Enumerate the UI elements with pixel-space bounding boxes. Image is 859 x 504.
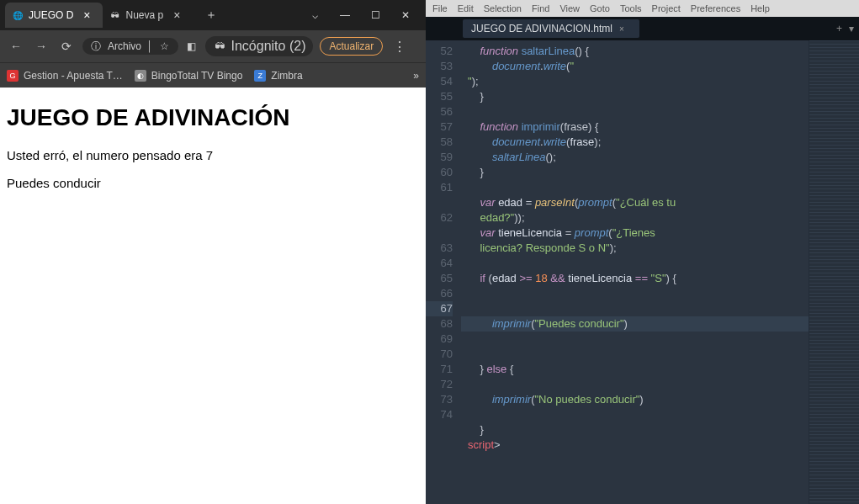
- tab-strip: 🌐 JUEGO D × 🕶 Nueva p × ＋ ⌵ — ☐ ✕: [0, 0, 426, 30]
- bookmark-bingo[interactable]: ◐ BingoTotal TV Bingo: [135, 70, 243, 82]
- code-content[interactable]: function saltarLinea() { document.write(…: [461, 40, 809, 504]
- incognito-icon: 🕶: [109, 9, 121, 21]
- menu-file[interactable]: File: [432, 3, 448, 13]
- editor-newtab-icon[interactable]: +: [836, 23, 842, 34]
- menu-project[interactable]: Project: [652, 3, 681, 13]
- incognito-indicator[interactable]: 🕶 Incógnito (2): [205, 36, 314, 56]
- editor-menubar: File Edit Selection Find View Goto Tools…: [426, 0, 859, 17]
- bookmark-icon: G: [7, 70, 19, 82]
- tab-close-icon[interactable]: ×: [78, 8, 95, 22]
- editor-tabmenu-icon[interactable]: ▾: [849, 23, 854, 34]
- code-area[interactable]: 5253545556575859606162636465666768697071…: [426, 40, 859, 504]
- info-icon[interactable]: ⓘ: [89, 40, 103, 53]
- bookmark-icon: Z: [254, 70, 266, 82]
- menu-preferences[interactable]: Preferences: [691, 3, 740, 13]
- tab-search-icon[interactable]: ⌵: [300, 3, 330, 27]
- menu-find[interactable]: Find: [532, 3, 549, 13]
- nav-toolbar: ← → ⟳ ⓘ Archivo │ ☆ ◧ 🕶 Incógnito (2) Ac…: [0, 30, 426, 62]
- bookmark-zimbra[interactable]: Z Zimbra: [254, 70, 302, 82]
- bookmark-icon: ◐: [135, 70, 146, 82]
- maximize-button[interactable]: ☐: [360, 3, 390, 27]
- back-button[interactable]: ←: [7, 37, 25, 56]
- bookmark-gestion[interactable]: G Gestion - Apuesta T…: [7, 70, 123, 82]
- minimize-button[interactable]: —: [330, 3, 360, 27]
- result-line: Usted erró, el numero pensado era 7: [7, 148, 419, 162]
- page-content: JUEGO DE ADIVINACIÓN Usted erró, el nume…: [0, 88, 426, 504]
- drive-line: Puedes conducir: [7, 176, 419, 190]
- update-button[interactable]: Actualizar: [320, 37, 383, 56]
- menu-tools[interactable]: Tools: [620, 3, 642, 13]
- page-title: JUEGO DE ADIVINACIÓN: [7, 104, 419, 131]
- menu-help[interactable]: Help: [750, 3, 770, 13]
- tab-active[interactable]: 🌐 JUEGO D ×: [5, 3, 103, 28]
- editor-tab-title: JUEGO DE ADIVINACION.html: [471, 23, 612, 34]
- sublime-editor: File Edit Selection Find View Goto Tools…: [426, 0, 859, 504]
- tab-close-icon[interactable]: ×: [168, 8, 185, 22]
- tab-title: JUEGO D: [29, 9, 73, 21]
- tab-inactive[interactable]: 🕶 Nueva p ×: [103, 3, 193, 28]
- incognito-label: Incógnito (2): [231, 39, 306, 54]
- globe-icon: 🌐: [12, 9, 24, 21]
- tab-title: Nueva p: [126, 9, 164, 21]
- editor-tab-active[interactable]: JUEGO DE ADIVINACION.html ×: [463, 19, 639, 38]
- menu-view[interactable]: View: [559, 3, 580, 13]
- minimap[interactable]: [809, 40, 859, 504]
- reader-icon[interactable]: ◧: [185, 40, 199, 53]
- menu-goto[interactable]: Goto: [590, 3, 610, 13]
- bookmark-bar: G Gestion - Apuesta T… ◐ BingoTotal TV B…: [0, 62, 426, 88]
- editor-tab-close-icon[interactable]: ×: [619, 24, 624, 34]
- star-icon[interactable]: ☆: [158, 40, 172, 53]
- menu-edit[interactable]: Edit: [458, 3, 474, 13]
- addr-divider: │: [146, 40, 153, 52]
- reload-button[interactable]: ⟳: [57, 37, 76, 56]
- line-gutter: 5253545556575859606162636465666768697071…: [426, 40, 461, 504]
- editor-tabs: JUEGO DE ADIVINACION.html × + ▾: [426, 17, 859, 40]
- menu-icon[interactable]: ⋮: [390, 39, 410, 55]
- window-controls: ⌵ — ☐ ✕: [300, 3, 421, 27]
- bookmarks-overflow[interactable]: »: [413, 70, 419, 82]
- address-bar[interactable]: ⓘ Archivo │ ☆: [82, 38, 178, 55]
- addr-label: Archivo: [108, 40, 141, 52]
- forward-button[interactable]: →: [32, 37, 50, 56]
- close-button[interactable]: ✕: [390, 3, 421, 27]
- chrome-window: 🌐 JUEGO D × 🕶 Nueva p × ＋ ⌵ — ☐ ✕ ← → ⟳ …: [0, 0, 426, 504]
- menu-selection[interactable]: Selection: [484, 3, 522, 13]
- new-tab-button[interactable]: ＋: [200, 8, 222, 23]
- incognito-icon: 🕶: [213, 40, 226, 53]
